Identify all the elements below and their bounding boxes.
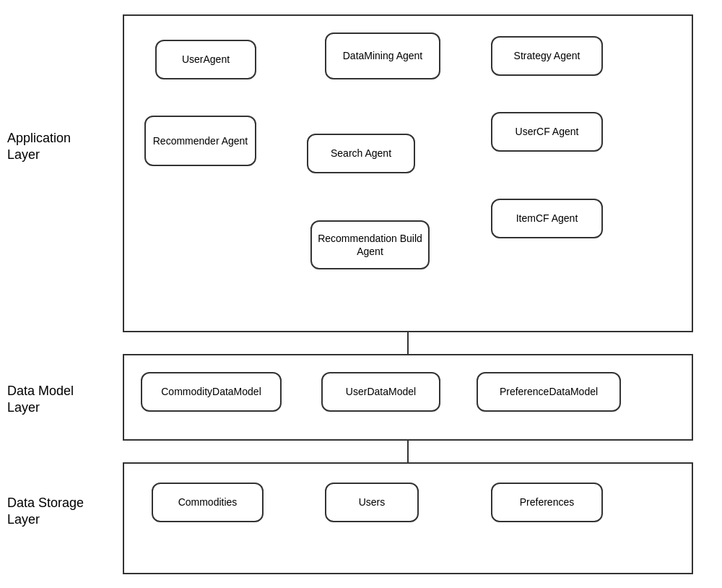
- recommender-agent-node: Recommender Agent: [144, 116, 256, 166]
- application-layer-label: Application Layer: [7, 130, 71, 164]
- users-node: Users: [325, 483, 419, 522]
- user-data-model-node: UserDataModel: [321, 372, 440, 412]
- preference-data-model-node: PreferenceDataModel: [477, 372, 621, 412]
- data-model-layer-label: Data Model Layer: [7, 383, 74, 417]
- user-agent-node: UserAgent: [155, 40, 256, 79]
- diagram-container: Application Layer Data Model Layer Data …: [0, 0, 722, 588]
- recommendation-build-agent-node: Recommendation Build Agent: [310, 220, 430, 269]
- commodity-data-model-node: CommodityDataModel: [141, 372, 282, 412]
- data-mining-agent-node: DataMining Agent: [325, 33, 440, 79]
- search-agent-node: Search Agent: [307, 134, 415, 173]
- user-cf-agent-node: UserCF Agent: [491, 112, 603, 152]
- item-cf-agent-node: ItemCF Agent: [491, 199, 603, 238]
- strategy-agent-node: Strategy Agent: [491, 36, 603, 76]
- commodities-node: Commodities: [152, 483, 264, 522]
- data-storage-layer-label: Data Storage Layer: [7, 495, 84, 529]
- preferences-node: Preferences: [491, 483, 603, 522]
